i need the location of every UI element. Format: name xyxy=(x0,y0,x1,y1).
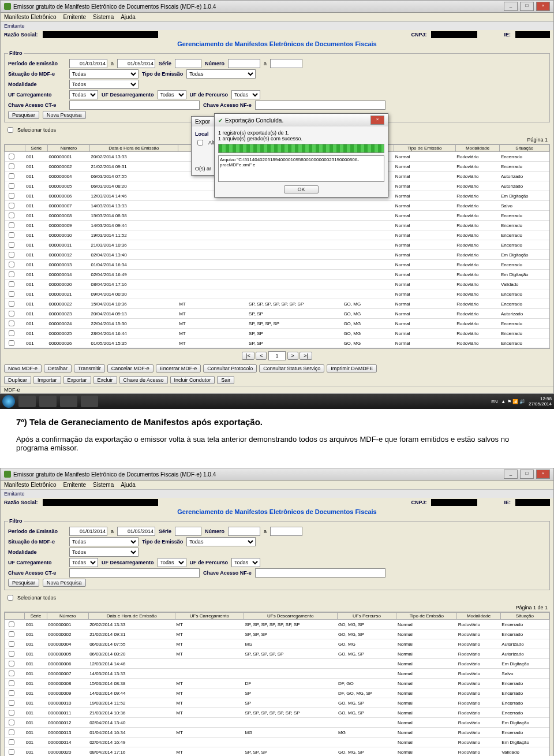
min-button[interactable]: _ xyxy=(504,2,518,11)
consultar-protocolo-button[interactable]: Consultar Protocolo xyxy=(203,364,257,373)
row-checkbox[interactable] xyxy=(9,651,14,657)
encerrar-mdf-e-button[interactable]: Encerrar MDF-e xyxy=(156,364,201,373)
table-row[interactable]: 00100000000914/03/2014 09:44MTSPDF, GO, … xyxy=(5,688,549,698)
table-row[interactable]: 00100000000815/03/2014 08:38NormalRodovi… xyxy=(5,211,549,221)
taskbar-item[interactable] xyxy=(60,396,77,407)
ufcarr-select[interactable]: Todas xyxy=(69,558,98,567)
periodo-ate-input[interactable] xyxy=(117,527,155,536)
novo-mdf-e-button[interactable]: Novo MDF-e xyxy=(4,364,42,373)
modal-close-button[interactable]: × xyxy=(370,116,384,125)
col-header[interactable]: Série xyxy=(25,613,47,620)
col-header[interactable] xyxy=(5,613,25,620)
max-button[interactable]: □ xyxy=(520,2,534,11)
row-checkbox[interactable] xyxy=(9,203,14,208)
serie-input[interactable] xyxy=(175,527,201,536)
row-checkbox[interactable] xyxy=(9,729,14,735)
table-row[interactable]: 00100000002215/04/2014 10:36MTSP, SP, SP… xyxy=(5,299,549,309)
duplicar-button[interactable]: Duplicar xyxy=(4,376,31,384)
taskbar-item[interactable] xyxy=(39,396,57,407)
next-button[interactable]: > xyxy=(287,352,298,360)
excluir-button[interactable]: Excluir xyxy=(93,376,117,384)
numero-ate-input[interactable] xyxy=(270,59,302,68)
incluir-condutor-button[interactable]: Incluir Condutor xyxy=(170,376,215,384)
sel-todos-checkbox[interactable] xyxy=(8,595,13,601)
importar-button[interactable]: Importar xyxy=(33,376,61,384)
row-checkbox[interactable] xyxy=(9,739,14,745)
table-row[interactable]: 00100000000506/03/2014 08:20MTSP, SP, SP… xyxy=(5,649,549,659)
col-header[interactable] xyxy=(5,145,25,152)
col-header[interactable]: Número xyxy=(47,613,88,620)
table-row[interactable]: 00100000002601/05/2014 15:35MTSP, SPGO, … xyxy=(5,338,549,348)
chavenf-input[interactable] xyxy=(255,568,385,578)
menu-item[interactable]: Manifesto Eletrônico xyxy=(4,14,57,20)
table-row[interactable]: 00100000000120/02/2014 13:33MTSP, SP, SP… xyxy=(5,620,549,630)
table-row[interactable]: 00100000000612/03/2014 14:46NormalRodovi… xyxy=(5,659,549,669)
ufdesc-select[interactable]: Todas xyxy=(158,558,186,567)
transmitir-button[interactable]: Transmitir xyxy=(74,364,105,373)
row-checkbox[interactable] xyxy=(9,321,14,326)
ufdesc-select[interactable]: Todas xyxy=(158,90,186,99)
table-row[interactable]: 00100000000815/03/2014 08:38MTDFDF, GONo… xyxy=(5,679,549,688)
table-row[interactable]: 00100000000221/02/2014 09:31MTSP, SP, SP… xyxy=(5,630,549,639)
row-checkbox[interactable] xyxy=(9,671,14,676)
exportar-button[interactable]: Exportar xyxy=(63,376,91,384)
row-checkbox[interactable] xyxy=(9,330,14,336)
ufperc-select[interactable]: Todas xyxy=(231,90,260,99)
row-checkbox[interactable] xyxy=(9,213,14,218)
serie-input[interactable] xyxy=(175,59,201,68)
numero-de-input[interactable] xyxy=(228,527,260,536)
table-row[interactable]: 00100000002422/04/2014 15:30MTSP, SP, SP… xyxy=(5,319,549,329)
row-checkbox[interactable] xyxy=(9,661,14,666)
menu-item[interactable]: Manifesto Eletrônico xyxy=(4,482,57,488)
start-orb[interactable] xyxy=(2,395,15,408)
pesquisar-button[interactable]: Pesquisar xyxy=(8,111,39,119)
prev-button[interactable]: < xyxy=(256,352,267,360)
col-header[interactable]: Tipo de Emissão xyxy=(396,613,457,620)
periodo-de-input[interactable] xyxy=(69,527,107,536)
row-checkbox[interactable] xyxy=(9,340,14,346)
row-checkbox[interactable] xyxy=(9,641,14,647)
row-checkbox[interactable] xyxy=(9,242,14,248)
row-checkbox[interactable] xyxy=(9,710,14,716)
table-row[interactable]: 00100000000714/03/2014 13:33NormalRodovi… xyxy=(5,669,549,679)
bg-alt-cb[interactable] xyxy=(197,140,203,146)
min-button[interactable]: _ xyxy=(504,470,518,479)
consultar-status-servi-o-button[interactable]: Consultar Status Serviço xyxy=(259,364,324,373)
cancelar-mdf-e-button[interactable]: Cancelar MDF-e xyxy=(107,364,154,373)
modal-select[interactable]: Todos xyxy=(69,80,138,89)
col-header[interactable]: Situação xyxy=(500,145,549,152)
imprimir-damdfe-button[interactable]: Imprimir DAMDFE xyxy=(327,364,377,373)
col-header[interactable]: Situação xyxy=(500,613,549,620)
table-row[interactable]: 00100000001402/04/2014 16:49NormalRodovi… xyxy=(5,270,549,280)
col-header[interactable]: UFs Percurso xyxy=(337,613,396,620)
table-row[interactable]: 00100000000914/03/2014 09:44NormalRodovi… xyxy=(5,221,549,230)
table-row[interactable]: 00100000001019/03/2014 11:52NormalRodovi… xyxy=(5,230,549,240)
ufcarr-select[interactable]: Todas xyxy=(69,90,98,99)
numero-de-input[interactable] xyxy=(228,59,260,68)
table-row[interactable]: 00100000001121/03/2014 10:36MTSP, SP, SP… xyxy=(5,708,549,718)
menu-item[interactable]: Sistema xyxy=(93,14,114,20)
row-checkbox[interactable] xyxy=(9,232,14,238)
close-button[interactable]: × xyxy=(536,2,550,11)
menu-item[interactable]: Emitente xyxy=(63,482,86,488)
col-header[interactable]: Série xyxy=(25,145,47,152)
col-header[interactable]: UFs Carregamento xyxy=(175,613,244,620)
row-checkbox[interactable] xyxy=(9,173,14,179)
row-checkbox[interactable] xyxy=(9,301,14,307)
menu-item[interactable]: Emitente xyxy=(63,14,86,20)
periodo-de-input[interactable] xyxy=(69,59,107,68)
menu-item[interactable]: Ajuda xyxy=(121,482,136,488)
col-header[interactable]: Modalidade xyxy=(457,613,501,620)
chavenf-input[interactable] xyxy=(255,100,385,110)
numero-ate-input[interactable] xyxy=(270,527,302,536)
row-checkbox[interactable] xyxy=(9,291,14,297)
first-button[interactable]: |< xyxy=(242,352,254,360)
table-row[interactable]: 00100000001301/04/2014 16:34MTMGMGNormal… xyxy=(5,728,549,738)
taskbar-item[interactable] xyxy=(18,396,36,407)
table-row[interactable]: 00100000001202/04/2014 13:40NormalRodovi… xyxy=(5,718,549,728)
col-header[interactable]: Data e Hora de Emissão xyxy=(89,145,178,152)
row-checkbox[interactable] xyxy=(9,700,14,706)
pesquisar-button[interactable]: Pesquisar xyxy=(8,579,39,587)
row-checkbox[interactable] xyxy=(9,631,14,637)
table-row[interactable]: 00100000001402/04/2014 16:49NormalRodovi… xyxy=(5,738,549,747)
